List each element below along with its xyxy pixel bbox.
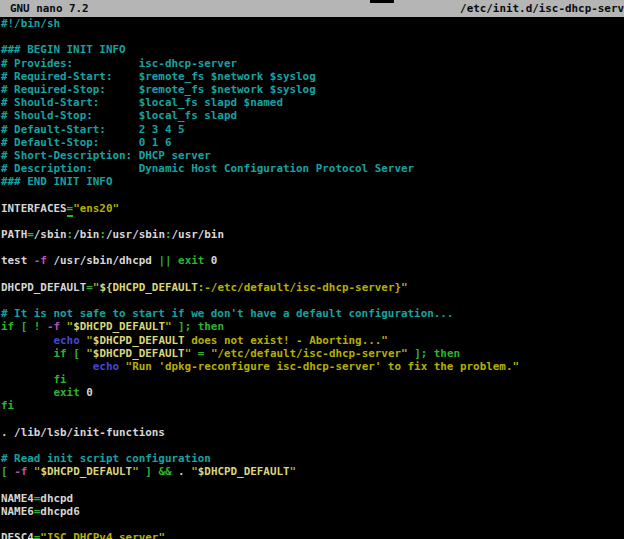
code-segment: /sbin <box>34 228 67 241</box>
app-title: GNU nano 7.2 <box>10 0 89 17</box>
code-segment: echo <box>53 334 79 347</box>
code-line: # Read init script configuration <box>1 452 624 465</box>
code-segment: 0 <box>204 254 217 267</box>
code-segment: :-/etc/default/isc-dhcp-server}" <box>198 281 408 294</box>
code-segment: if [ <box>53 347 79 360</box>
code-segment: # Default-Start: 2 3 4 5 <box>1 123 185 136</box>
code-segment: $DHCPD_DEFAULT <box>198 465 290 478</box>
code-segment: DHCPD_DEFAULT <box>1 281 86 294</box>
code-segment: if [ ! <box>1 320 47 333</box>
code-segment: /usr/bin <box>172 228 224 241</box>
code-line: NAME6=dhcpd6 <box>1 505 624 518</box>
code-segment: # Description: Dynamic Host Configuratio… <box>1 162 414 175</box>
code-segment: || <box>158 254 171 267</box>
code-segment: dhcpd <box>40 492 73 505</box>
code-segment <box>1 373 53 386</box>
code-segment: ${DHCPD_DEFAULT <box>99 281 197 294</box>
code-segment: # Should-Start: $local_fs slapd $named <box>1 96 283 109</box>
code-line <box>1 241 624 254</box>
code-line: # Required-Stop: $remote_fs $network $sy… <box>1 83 624 96</box>
code-segment: -f <box>14 465 27 478</box>
code-segment: $DHCPD_DEFAULT <box>73 320 165 333</box>
code-segment: ### BEGIN INIT INFO <box>1 43 126 56</box>
code-segment: NAME6 <box>1 505 34 518</box>
code-line: # Description: Dynamic Host Configuratio… <box>1 162 624 175</box>
code-segment: -f <box>34 254 47 267</box>
code-line: # Should-Start: $local_fs slapd $named <box>1 96 624 109</box>
code-line <box>1 30 624 43</box>
code-line: NAME4=dhcpd <box>1 492 624 505</box>
code-segment: ] && <box>139 465 178 478</box>
code-segment: 0 <box>80 386 93 399</box>
code-line <box>1 294 624 307</box>
code-segment: [ <box>1 465 14 478</box>
code-segment: /usr/sbin <box>106 228 165 241</box>
code-segment: # Should-Stop: $local_fs slapd <box>1 109 237 122</box>
code-segment: exit <box>53 386 79 399</box>
code-segment: ### END INIT INFO <box>1 175 112 188</box>
code-segment: /bin <box>73 228 99 241</box>
code-line <box>1 518 624 531</box>
code-line: if [ ! -f "$DHCPD_DEFAULT" ]; then <box>1 320 624 333</box>
code-segment <box>1 347 53 360</box>
code-line: ### END INIT INFO <box>1 175 624 188</box>
code-segment: echo <box>93 360 119 373</box>
code-line <box>1 413 624 426</box>
code-line: echo "$DHCPD_DEFAULT does not exist! - A… <box>1 334 624 347</box>
code-line: PATH=/sbin:/bin:/usr/sbin:/usr/bin <box>1 228 624 241</box>
code-segment: PATH <box>1 228 27 241</box>
code-line <box>1 215 624 228</box>
code-segment: $DHCPD_DEFAULT <box>40 465 132 478</box>
code-segment: ]; then <box>408 347 460 360</box>
code-segment: # Required-Start: $remote_fs $network $s… <box>1 70 316 83</box>
code-segment: "ens20" <box>73 202 119 215</box>
code-line: [ -f "$DHCPD_DEFAULT" ] && . "$DHCPD_DEF… <box>1 465 624 478</box>
code-line: # Default-Start: 2 3 4 5 <box>1 123 624 136</box>
code-line: INTERFACES="ens20" <box>1 202 624 215</box>
code-segment: ]; then <box>172 320 224 333</box>
code-segment: dhcpd6 <box>40 505 79 518</box>
code-segment <box>1 334 53 347</box>
code-segment: -f <box>47 320 60 333</box>
nano-titlebar: GNU nano 7.2 /etc/init.d/isc-dhcp-serv <box>0 0 624 17</box>
code-line <box>1 439 624 452</box>
code-segment: INTERFACES <box>1 202 67 215</box>
code-line: DHCPD_DEFAULT="${DHCPD_DEFAULT:-/etc/def… <box>1 281 624 294</box>
code-segment <box>1 360 93 373</box>
code-segment: NAME4 <box>1 492 34 505</box>
code-segment: does not exist! - Aborting..." <box>185 334 388 347</box>
code-segment: . <box>178 465 191 478</box>
code-segment: # Default-Stop: 0 1 6 <box>1 136 171 149</box>
code-segment: . /lib/lsb/init-functions <box>1 426 165 439</box>
titlebar-notch <box>370 0 394 3</box>
code-segment: $DHCPD_DEFAULT <box>93 334 185 347</box>
code-line: test -f /usr/sbin/dhcpd || exit 0 <box>1 254 624 267</box>
code-segment: "/etc/default/isc-dhcp-server" <box>211 347 408 360</box>
code-line: # It is not safe to start if we don't ha… <box>1 307 624 320</box>
code-line: # Default-Stop: 0 1 6 <box>1 136 624 149</box>
code-line: # Required-Start: $remote_fs $network $s… <box>1 70 624 83</box>
code-segment: # Read init script configuration <box>1 452 211 465</box>
code-line: # Should-Stop: $local_fs slapd <box>1 109 624 122</box>
code-line <box>1 268 624 281</box>
editor-area[interactable]: #!/bin/sh### BEGIN INIT INFO# Provides: … <box>0 17 624 539</box>
code-line: . /lib/lsb/init-functions <box>1 426 624 439</box>
code-segment: "Run 'dpkg-reconfigure isc-dhcp-server' … <box>126 360 519 373</box>
code-segment: exit <box>178 254 204 267</box>
code-segment: # Required-Stop: $remote_fs $network $sy… <box>1 83 316 96</box>
code-line: DESC4="ISC DHCPv4 server" <box>1 531 624 539</box>
code-line: # Provides: isc-dhcp-server <box>1 57 624 70</box>
code-segment: # Short-Description: DHCP server <box>1 149 211 162</box>
code-line: ### BEGIN INIT INFO <box>1 43 624 56</box>
code-line: echo "Run 'dpkg-reconfigure isc-dhcp-ser… <box>1 360 624 373</box>
code-segment: test <box>1 254 34 267</box>
code-line: exit 0 <box>1 386 624 399</box>
code-segment: # Provides: isc-dhcp-server <box>1 57 237 70</box>
file-path: /etc/init.d/isc-dhcp-serv <box>460 0 624 17</box>
code-segment: fi <box>1 399 14 412</box>
code-segment: " <box>290 465 297 478</box>
code-segment: # It is not safe to start if we don't ha… <box>1 307 453 320</box>
code-segment: "ISC DHCPv4 server" <box>40 531 165 539</box>
code-line: # Short-Description: DHCP server <box>1 149 624 162</box>
terminal-screen: GNU nano 7.2 /etc/init.d/isc-dhcp-serv #… <box>0 0 624 539</box>
